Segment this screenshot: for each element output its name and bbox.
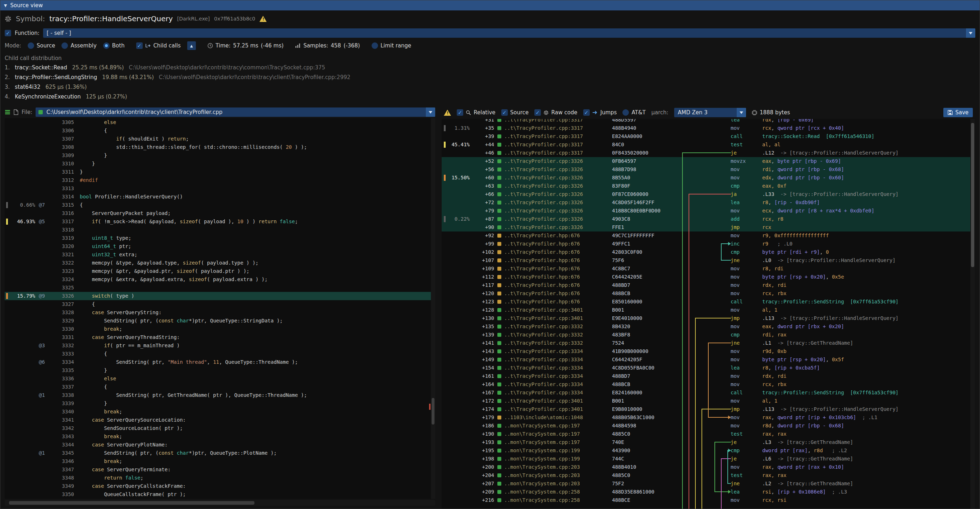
- source-line[interactable]: 3340 break;: [5, 408, 435, 416]
- radio-icon[interactable]: [103, 43, 110, 49]
- relative-toggle[interactable]: ✓ Relative: [457, 109, 496, 116]
- source-line[interactable]: 3342 SendSourceLocation( ptr );: [5, 424, 435, 433]
- source-line[interactable]: @13338 SendString( ptr, GetThreadName( p…: [5, 391, 435, 399]
- asm-row[interactable]: +107..t\TracyProfiler.hpp:67675F6jne.L0 …: [442, 256, 975, 264]
- source-line[interactable]: 3344 case ServerQueryPlotName:: [5, 441, 435, 449]
- relative-checkbox[interactable]: ✓: [457, 109, 463, 116]
- asm-row[interactable]: +102..t\TracyProfiler.hpp:67642803C0F00c…: [442, 248, 975, 256]
- source-line[interactable]: 3313: [5, 185, 435, 192]
- source-line[interactable]: 3343 break;: [5, 433, 435, 441]
- file-combo[interactable]: C:\Users\wolf\Desktop\darkrl\contrib\tra…: [36, 108, 435, 117]
- source-line[interactable]: 3306 {: [5, 127, 435, 135]
- save-button[interactable]: Save: [943, 108, 973, 117]
- asm-row[interactable]: +209..mon\TracySystem.cpp:258488D35E8861…: [442, 488, 975, 496]
- child-calls-toggle[interactable]: ✓ Child calls: [136, 43, 181, 49]
- asm-row[interactable]: +46..t\TracyProfiler.cpp:33170F843502000…: [442, 149, 975, 157]
- source-vertical-scrollbar-thumb[interactable]: [431, 398, 434, 425]
- source-line[interactable]: 3311}: [5, 168, 435, 176]
- radio-icon[interactable]: [62, 43, 68, 49]
- jumps-toggle[interactable]: ✓ Jumps: [583, 109, 617, 116]
- child-call-entry[interactable]: 2.tracy::Profiler::SendLongString19.88 m…: [5, 73, 975, 82]
- source-line[interactable]: 3305 else: [5, 118, 435, 127]
- asm-row[interactable]: +143..t\TracyProfiler.cpp:333441B90B0000…: [442, 347, 975, 356]
- child-call-entry[interactable]: 1.tracy::Socket::Read25.25 ms (54.89%)C:…: [5, 63, 975, 73]
- source-line[interactable]: 3325: [5, 284, 435, 292]
- source-line[interactable]: 3333 {: [5, 350, 435, 358]
- asm-row[interactable]: +198..mon\TracySystem.cpp:199744Cje.L6 -…: [442, 455, 975, 463]
- source-line[interactable]: 3348 return false;: [5, 474, 435, 482]
- asm-row[interactable]: +149..t\TracyProfiler.cpp:3334C64424205F…: [442, 356, 975, 364]
- asm-row[interactable]: +172..t\TracyProfiler.cpp:3401B001moval,…: [442, 397, 975, 405]
- source-line[interactable]: @63334 SendString( ptr, "Main thread", 1…: [5, 358, 435, 366]
- att-radio[interactable]: [622, 109, 629, 116]
- file-list-icon[interactable]: [5, 110, 10, 115]
- assembly-vertical-scrollbar-thumb[interactable]: [971, 123, 974, 267]
- limit-range-toggle[interactable]: Limit range: [372, 43, 412, 49]
- asm-row[interactable]: +92..t\TracyProfiler.hpp:67649C7C1FFFFFF…: [442, 232, 975, 240]
- asm-row[interactable]: +123..t\TracyProfiler.hpp:676E850160000c…: [442, 297, 975, 306]
- asm-row[interactable]: +79..t\TracyProfiler.cpp:3326418B8C80E0B…: [442, 207, 975, 215]
- asm-row[interactable]: +90..t\TracyProfiler.cpp:3326FFE1jmprcx: [442, 223, 975, 232]
- source-line[interactable]: 3318: [5, 226, 435, 234]
- propagate-inlines-button[interactable]: ▲: [187, 41, 196, 50]
- jumps-checkbox[interactable]: ✓: [583, 109, 590, 116]
- asm-row[interactable]: +63..t\TracyProfiler.cpp:332683F80Fcmpea…: [442, 182, 975, 190]
- raw-code-toggle[interactable]: ✓ Raw code: [535, 109, 578, 116]
- chevron-down-icon[interactable]: [966, 29, 975, 38]
- source-line[interactable]: 3350 QueueCallstackFrame( ptr );: [5, 490, 435, 499]
- source-line[interactable]: 3328 case ServerQueryString:: [5, 309, 435, 317]
- asm-row[interactable]: +190..mon\TracySystem.cpp:1974885C0testr…: [442, 430, 975, 438]
- limit-range-radio[interactable]: [372, 43, 378, 49]
- source-line[interactable]: 3331 case ServerQueryThreadString:: [5, 333, 435, 342]
- asm-row[interactable]: +39..t\TracyProfiler.cpp:3317E824AA0000c…: [442, 132, 975, 140]
- source-line[interactable]: 3321 uint32_t extra;: [5, 251, 435, 259]
- source-line[interactable]: 3324 memcpy( &extra, &payload.extra, siz…: [5, 275, 435, 284]
- asm-row[interactable]: +128..t\TracyProfiler.cpp:3401B001moval,…: [442, 306, 975, 314]
- source-line[interactable]: 3335 }: [5, 366, 435, 375]
- source-line[interactable]: 3329 SendString( ptr, (const char*)ptr, …: [5, 317, 435, 325]
- asm-row[interactable]: +141..t\TracyProfiler.cpp:33327524jne.L1…: [442, 339, 975, 347]
- source-line[interactable]: @33332 if( ptr == m_mainThread ): [5, 342, 435, 350]
- source-line[interactable]: 3314bool Profiler::HandleServerQuery(): [5, 192, 435, 201]
- source-line[interactable]: 3346 break;: [5, 457, 435, 466]
- function-checkbox[interactable]: ✓: [5, 30, 11, 36]
- source-line[interactable]: 3322 memcpy( &type, &payload.type, sizeo…: [5, 259, 435, 267]
- asm-row[interactable]: +112..t\TracyProfiler.hpp:676C64424205Em…: [442, 273, 975, 281]
- asm-row[interactable]: 0.22%+87..t\TracyProfiler.cpp:33264903C8…: [442, 215, 975, 223]
- asm-row[interactable]: +154..t\TracyProfiler.cpp:33344C8D055FBA…: [442, 364, 975, 372]
- asm-row[interactable]: +109..t\TracyProfiler.hpp:6764C8BC7movr8…: [442, 264, 975, 273]
- source-line[interactable]: 3307 if( shouldExit ) return;: [5, 135, 435, 143]
- chevron-down-icon[interactable]: [737, 108, 746, 117]
- child-call-entry[interactable]: 3.stat64i32625 µs (1.36%): [5, 82, 975, 92]
- asm-row[interactable]: +200..mon\TracySystem.cpp:203488B4010mov…: [442, 463, 975, 471]
- source-toggle[interactable]: ✓ Source: [501, 109, 529, 116]
- asm-row[interactable]: +204..mon\TracySystem.cpp:2034885C0testr…: [442, 471, 975, 480]
- source-line[interactable]: 3312#endif: [5, 176, 435, 185]
- asm-row[interactable]: +120..t\TracyProfiler.hpp:676488BCBmovrc…: [442, 289, 975, 297]
- asm-row[interactable]: +174..t\TracyProfiler.cpp:3401E9B8010000…: [442, 405, 975, 414]
- asm-row[interactable]: +66..t\TracyProfiler.cpp:33260F87CE06000…: [442, 190, 975, 199]
- source-line[interactable]: 0.66%@73315{: [5, 201, 435, 209]
- chevron-down-icon[interactable]: [426, 108, 435, 117]
- source-line[interactable]: 15.79%@93326 switch( type ): [5, 292, 435, 300]
- asm-row[interactable]: +207..mon\TracySystem.cpp:20375F2jne.L2 …: [442, 480, 975, 488]
- collapse-icon[interactable]: ▼: [4, 3, 7, 8]
- raw-code-checkbox[interactable]: ✓: [535, 109, 541, 116]
- asm-row[interactable]: +56..t\TracyProfiler.cpp:3326488B7D98mov…: [442, 165, 975, 173]
- titlebar[interactable]: ▼ Source view: [0, 0, 980, 10]
- source-line[interactable]: 3339 }: [5, 399, 435, 408]
- source-horizontal-scrollbar-thumb[interactable]: [9, 501, 255, 505]
- asm-row[interactable]: +164..t\TracyProfiler.cpp:3334488BCBmovr…: [442, 380, 975, 388]
- source-line[interactable]: 3337 {: [5, 383, 435, 391]
- radio-icon[interactable]: [28, 43, 34, 49]
- asm-row[interactable]: +167..t\TracyProfiler.cpp:3334E824160000…: [442, 388, 975, 397]
- child-call-entry[interactable]: 4.KeSynchronizeExecution125 µs (0.27%): [5, 92, 975, 102]
- source-line[interactable]: 3316 ServerQueryPacket payload;: [5, 209, 435, 218]
- asm-row[interactable]: +135..t\TracyProfiler.cpp:33328B4320move…: [442, 323, 975, 331]
- source-line[interactable]: 3330 break;: [5, 325, 435, 333]
- function-combo[interactable]: [ - self - ]: [43, 29, 975, 38]
- asm-row[interactable]: +117..t\TracyProfiler.hpp:676488BD7movrd…: [442, 281, 975, 289]
- source-line[interactable]: 3327 {: [5, 300, 435, 309]
- mode-radio-source[interactable]: Source: [28, 43, 55, 49]
- mode-radio-both[interactable]: Both: [103, 43, 125, 49]
